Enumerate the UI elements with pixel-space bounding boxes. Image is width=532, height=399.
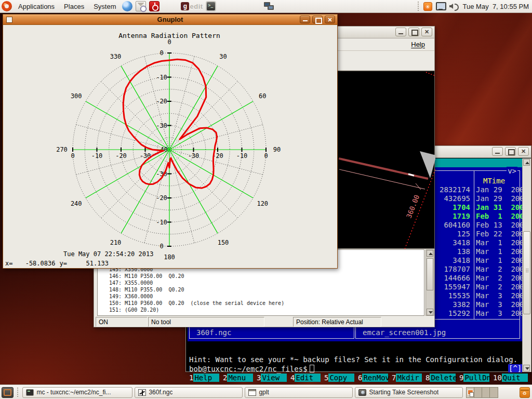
update-notifier-icon[interactable] xyxy=(423,2,432,11)
terminal-launcher-icon[interactable] xyxy=(206,1,216,11)
mc-hint-line: Hint: Want to see your *~ backup files? … xyxy=(189,355,517,364)
gcode-line[interactable]: 146: M110 P350.00 Q0.20 xyxy=(109,273,184,279)
gnuplot-window[interactable]: Gnuplot Antenna Radiation Pattern 030609… xyxy=(3,14,338,269)
web-browser-icon[interactable] xyxy=(122,1,132,11)
machine-power-status: ON xyxy=(96,317,148,327)
svg-text:0: 0 xyxy=(159,49,163,57)
position-mode-status: Position: Relative Actual xyxy=(293,317,381,327)
workspace-1[interactable] xyxy=(467,388,474,397)
svg-text:-10: -10 xyxy=(156,74,167,81)
menu-applications[interactable]: Applications xyxy=(14,0,59,13)
shell-prompt[interactable]: bob@tuxcnc:~/emc2/nc_files$ xyxy=(189,365,314,373)
text-cursor xyxy=(310,365,314,373)
gedit-rest: edit xyxy=(190,3,203,10)
gnuplot-titlebar[interactable]: Gnuplot xyxy=(3,15,337,25)
svg-text:30: 30 xyxy=(219,53,227,60)
fn-key-menu[interactable]: 2Menu xyxy=(223,374,253,382)
window-icon xyxy=(248,389,256,396)
terminal-scrollbar[interactable] xyxy=(522,158,531,372)
ubuntu-logo-icon[interactable] xyxy=(2,1,12,11)
workspace-2[interactable] xyxy=(474,388,482,397)
fn-key-mkdir[interactable]: 7Mkdir xyxy=(392,374,422,382)
taskbar-button-starting-take-screenshot[interactable]: Starting Take Screenshot xyxy=(355,387,463,398)
cursor-coordinates: x=-58.0836y=51.133 xyxy=(5,260,109,267)
maximize-button[interactable] xyxy=(505,147,516,156)
gcode-scrollbar[interactable] xyxy=(425,249,434,316)
network-computers-icon[interactable] xyxy=(264,1,274,11)
scroll-up-icon[interactable] xyxy=(427,250,433,257)
panel-grip[interactable] xyxy=(418,2,420,11)
display-tray-icon[interactable] xyxy=(435,1,446,11)
fn-key-edit[interactable]: 4Edit xyxy=(290,374,321,382)
svg-text:-10: -10 xyxy=(236,152,248,159)
fn-key-copy[interactable]: 5Copy xyxy=(324,374,354,382)
dimension-label: 360.00 xyxy=(405,194,421,219)
fn-key-quit[interactable]: 10Quit xyxy=(493,374,528,382)
scrollbar-thumb[interactable] xyxy=(427,258,433,290)
svg-text:150: 150 xyxy=(218,239,229,246)
scroll-down-icon[interactable] xyxy=(523,365,530,371)
minimize-button[interactable] xyxy=(395,28,406,36)
workspace-3[interactable] xyxy=(482,388,490,397)
close-button[interactable] xyxy=(518,147,529,156)
close-button[interactable] xyxy=(325,16,335,23)
scroll-down-icon[interactable] xyxy=(427,309,433,315)
svg-text:330: 330 xyxy=(110,53,122,60)
minimize-button[interactable] xyxy=(492,147,503,156)
mc-panel-sort-marker: v> xyxy=(507,167,517,175)
gcode-line[interactable]: 149: X360.0000 xyxy=(109,294,153,299)
volume-icon[interactable] xyxy=(449,1,459,11)
svg-text:210: 210 xyxy=(110,239,122,246)
menu-places[interactable]: Places xyxy=(59,0,89,13)
svg-text:-20: -20 xyxy=(156,194,167,202)
taskbar-button-360f-ngc[interactable]: 360f.ngc xyxy=(135,387,243,398)
show-desktop-button[interactable] xyxy=(2,387,14,398)
maximize-button[interactable] xyxy=(312,16,323,23)
terminal-icon xyxy=(26,389,34,396)
taskbar-button-gplt[interactable]: gplt xyxy=(245,387,353,398)
plot-timestamp: Tue May 07 22:54:20 2013 xyxy=(63,250,153,258)
svg-text:-30: -30 xyxy=(156,122,167,129)
window-icon[interactable] xyxy=(6,17,12,23)
power-icon[interactable] xyxy=(149,1,159,11)
gcode-line[interactable]: 151: (G00 Z0.20) xyxy=(109,307,159,313)
menu-help[interactable]: Help xyxy=(411,41,425,48)
polar-plot: 03060901201501802102402703003300-10-20-3… xyxy=(3,25,337,268)
gcode-line[interactable]: 148: M110 P355.00 Q0.20 xyxy=(109,287,184,292)
svg-text:-10: -10 xyxy=(156,219,167,226)
maximize-button[interactable] xyxy=(408,28,419,36)
taskbar-grip[interactable] xyxy=(17,388,19,397)
clock[interactable]: Tue May 7, 10:55 PM xyxy=(461,3,532,10)
svg-text:120: 120 xyxy=(257,200,268,207)
gnuplot-canvas[interactable]: Antenna Radiation Pattern 03060901201501… xyxy=(3,25,337,268)
scrollbar-thumb[interactable] xyxy=(523,231,530,314)
fn-key-view[interactable]: 3View xyxy=(257,374,287,382)
svg-text:270: 270 xyxy=(56,146,68,153)
mail-icon[interactable] xyxy=(136,1,146,11)
taskbar-button-mc-tuxcnc-emc2-nc-fi-[interactable]: mc - tuxcnc:~/emc2/nc_fi... xyxy=(22,387,132,398)
fn-key-pulldn[interactable]: 9PullDn xyxy=(459,374,489,382)
svg-text:0: 0 xyxy=(159,243,163,250)
workspace-switcher[interactable] xyxy=(466,387,498,398)
close-button[interactable] xyxy=(421,28,432,36)
svg-text:60: 60 xyxy=(259,92,266,100)
gcode-line[interactable]: 150: M110 P360.00 Q0.20 (close the seria… xyxy=(109,300,284,306)
mc-scrollback-indicator[interactable]: [^] xyxy=(508,364,522,373)
fn-key-help[interactable]: 1Help xyxy=(189,374,219,382)
gedit-launcher-icon[interactable]: g edit xyxy=(181,2,203,10)
svg-text:-10: -10 xyxy=(91,152,103,159)
svg-text:240: 240 xyxy=(71,200,82,207)
tool-cone xyxy=(420,151,435,178)
menu-system[interactable]: System xyxy=(89,0,121,13)
camera-icon xyxy=(358,389,366,396)
trash-icon[interactable] xyxy=(520,387,530,398)
mc-column-header-mtime[interactable]: MTime xyxy=(483,177,505,185)
fn-key-delete[interactable]: 8Delete xyxy=(425,374,456,382)
minimize-button[interactable] xyxy=(300,16,310,23)
desktop: 360f.ngc v> Size MTime 2832174Jan 29 200… xyxy=(0,0,532,399)
svg-text:-30: -30 xyxy=(188,152,200,159)
scroll-up-icon[interactable] xyxy=(523,159,530,166)
gcode-line[interactable]: 147: X355.0000 xyxy=(109,280,153,286)
workspace-4[interactable] xyxy=(490,388,498,397)
fn-key-renmov[interactable]: 6RenMov xyxy=(358,374,388,382)
